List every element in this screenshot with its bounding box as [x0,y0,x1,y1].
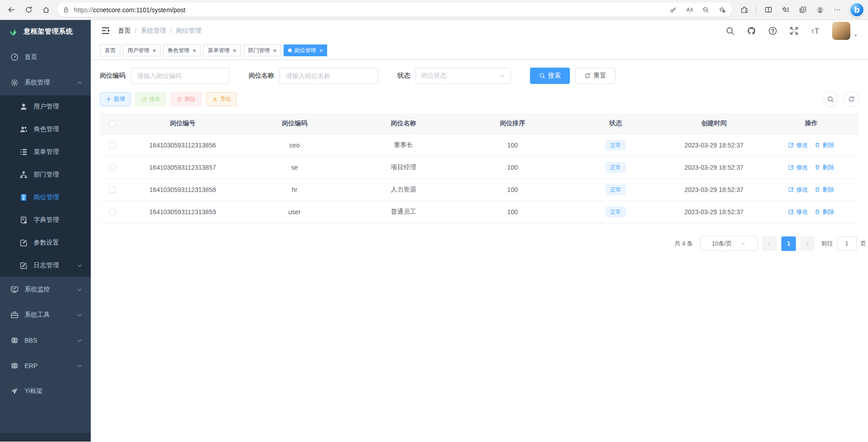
post-code-input[interactable] [131,68,230,84]
column-header: 操作 [764,119,859,128]
tab-close-icon[interactable]: × [193,48,196,54]
home-button[interactable] [38,3,54,17]
chevron-down-icon [500,73,505,79]
sidebar-item-role[interactable]: 角色管理 [0,118,91,141]
sidebar-item-post[interactable]: 岗位管理 [0,186,91,209]
add-button[interactable]: 新增 [100,92,131,106]
github-icon[interactable] [747,26,756,35]
tab-close-icon[interactable]: × [319,48,323,54]
goto-page-input[interactable] [837,236,857,251]
menu-fold-icon[interactable] [101,26,110,35]
sidebar-item-label: 菜单管理 [34,148,59,156]
toggle-search-button[interactable] [823,91,838,107]
post-sort-cell: 100 [458,142,567,149]
tab-close-icon[interactable]: × [273,48,277,54]
profile-icon[interactable] [812,3,828,17]
search-icon[interactable] [726,26,735,35]
address-bar[interactable]: https://ccnetcore.com:1101/system/post [57,3,733,17]
favorite-add-icon[interactable] [716,5,727,15]
delete-button[interactable]: 删除 [171,92,201,106]
collections-icon[interactable] [795,3,810,17]
help-icon[interactable] [768,26,777,35]
sidebar-item-monitor[interactable]: 系统监控 [0,277,91,302]
sidebar-item-config[interactable]: 参数设置 [0,231,91,254]
zoom-out-icon[interactable] [700,5,711,15]
split-screen-icon[interactable] [760,3,776,17]
fullscreen-icon[interactable] [790,26,799,35]
tab-role[interactable]: 角色管理× [163,44,201,56]
tab-home[interactable]: 首页 [100,44,120,56]
delete-row-button[interactable]: 删除 [814,186,834,194]
tab-close-icon[interactable]: × [152,48,156,54]
tab-menu[interactable]: 菜单管理× [203,44,241,56]
sidebar-item-user[interactable]: 用户管理 [0,95,91,118]
extensions-icon[interactable] [736,3,752,17]
post-name-input[interactable] [280,68,378,84]
status-badge: 正常 [606,162,626,172]
sidebar-item-dict[interactable]: 字典管理 [0,209,91,231]
user-menu[interactable] [832,22,858,40]
sidebar-item-erp[interactable]: ERP [0,353,91,378]
tab-close-icon[interactable]: × [233,48,236,54]
status-badge: 正常 [606,185,626,195]
key-icon[interactable] [667,5,678,15]
delete-row-button[interactable]: 删除 [814,141,834,149]
select-all-checkbox[interactable] [109,120,116,127]
prev-page-button[interactable] [762,236,777,251]
bing-copilot-icon[interactable]: b [849,2,864,17]
sidebar-item-menu[interactable]: 菜单管理 [0,141,91,163]
table-row: 1641030593112313859user普通员工100正常2023-03-… [100,201,859,223]
delete-row-button[interactable]: 删除 [814,208,834,216]
post-id-cell: 1641030593112313857 [125,164,240,171]
sidebar-item-log[interactable]: 日志管理 [0,254,91,277]
column-header: 岗位排序 [458,119,567,128]
next-page-button[interactable] [800,236,815,251]
edit-row-button[interactable]: 修改 [788,163,808,172]
status-select-placeholder: 岗位状态 [421,72,446,80]
avatar[interactable] [832,22,850,40]
search-button[interactable]: 搜索 [530,68,570,84]
page-1-button[interactable]: 1 [781,236,796,251]
delete-row-button[interactable]: 删除 [814,163,834,172]
sidebar-collapse-bar[interactable] [0,433,91,442]
font-size-icon[interactable]: TT [811,26,820,35]
back-button[interactable] [4,3,19,17]
page-content: 岗位编码 岗位名称 状态 岗位状态 搜索 [91,60,868,442]
favorites-icon[interactable] [778,3,793,17]
page-size-select[interactable]: 10条/页 [700,236,758,251]
row-checkbox[interactable] [109,209,116,215]
row-checkbox[interactable] [109,164,116,171]
export-button[interactable]: 导出 [206,92,237,106]
tab-dept[interactable]: 部门管理× [244,44,281,56]
modify-button[interactable]: 修改 [135,92,166,106]
sidebar-item-dept[interactable]: 部门管理 [0,163,91,186]
tab-user[interactable]: 用户管理× [123,44,161,56]
send-icon [10,387,19,395]
row-checkbox[interactable] [109,142,116,148]
sidebar-item-label: 首页 [25,53,37,61]
column-header: 岗位名称 [349,119,458,128]
lock-icon[interactable] [63,6,69,13]
read-aloud-icon[interactable] [684,5,695,15]
create-time-cell: 2023-03-29 18:52:37 [664,142,764,149]
sidebar-item-home[interactable]: 首页 [0,44,91,70]
breadcrumb-separator: / [170,27,172,34]
ellipsis-icon[interactable] [829,3,845,17]
status-cell: 正常 [567,207,664,217]
edit-row-button[interactable]: 修改 [788,186,808,194]
sidebar-item-bbs[interactable]: BBS [0,328,91,353]
row-checkbox[interactable] [109,187,116,193]
sidebar-item-yi[interactable]: Yi框架 [0,378,91,404]
home-icon [42,6,50,14]
sidebar-item-system[interactable]: 系统管理 [0,70,91,95]
tab-label: 角色管理 [168,47,190,54]
refresh-table-button[interactable] [843,91,859,107]
sidebar-item-tool[interactable]: 系统工具 [0,302,91,328]
tab-post[interactable]: 岗位管理× [284,44,327,56]
edit-row-button[interactable]: 修改 [788,208,808,216]
refresh-button[interactable] [21,3,36,17]
breadcrumb-item[interactable]: 首页 [118,27,131,35]
edit-row-button[interactable]: 修改 [788,141,808,149]
status-select[interactable]: 岗位状态 [416,68,511,84]
reset-button[interactable]: 重置 [575,68,615,84]
